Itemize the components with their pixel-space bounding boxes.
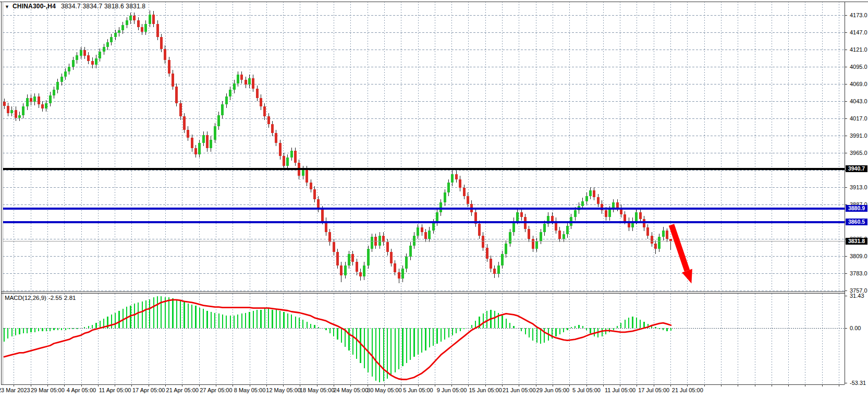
svg-text:4095.0: 4095.0 xyxy=(850,64,867,70)
svg-text:4173.0: 4173.0 xyxy=(850,12,867,18)
macd-indicator-label: MACD(12,26,9)-2.552.81 xyxy=(5,295,78,301)
price-badge-3831.8: 3831.8 xyxy=(846,238,867,245)
svg-text:3991.0: 3991.0 xyxy=(850,132,867,139)
svg-text:31.43: 31.43 xyxy=(850,293,864,299)
price-badge-3860.5: 3860.5 xyxy=(846,219,867,225)
mt4-chart-window: 4173.04147.04121.04095.04069.04043.04017… xyxy=(0,0,868,399)
symbol-dropdown-icon[interactable]: ▼ xyxy=(5,4,9,9)
svg-text:4043.0: 4043.0 xyxy=(850,98,867,104)
svg-text:21 Jul 05:00: 21 Jul 05:00 xyxy=(672,387,703,393)
svg-text:0.00: 0.00 xyxy=(850,325,861,331)
svg-text:17 Jul 05:00: 17 Jul 05:00 xyxy=(638,387,669,393)
svg-text:21 Apr 05:00: 21 Apr 05:00 xyxy=(166,387,199,393)
svg-text:3965.0: 3965.0 xyxy=(850,150,867,156)
svg-text:4069.0: 4069.0 xyxy=(850,81,867,87)
svg-text:3913.0: 3913.0 xyxy=(850,184,867,190)
svg-text:3809.0: 3809.0 xyxy=(850,253,867,259)
price-badge-3880.9: 3880.9 xyxy=(846,205,867,212)
svg-text:21 Jun 05:00: 21 Jun 05:00 xyxy=(503,387,536,393)
svg-text:3783.0: 3783.0 xyxy=(850,270,867,276)
price-badge-3940.7: 3940.7 xyxy=(846,165,867,172)
svg-text:11 Jul 05:00: 11 Jul 05:00 xyxy=(605,387,635,393)
ohlc-values-text: 3834.7 3834.7 3818.6 3831.8 xyxy=(61,3,145,10)
chart-canvas[interactable]: 4173.04147.04121.04095.04069.04043.04017… xyxy=(0,0,868,399)
svg-text:9 Jun 05:00: 9 Jun 05:00 xyxy=(437,387,467,393)
svg-text:8 May 05:00: 8 May 05:00 xyxy=(234,387,266,393)
macd-main-value: -2.55 xyxy=(48,295,62,301)
svg-text:15 Jun 05:00: 15 Jun 05:00 xyxy=(469,387,502,393)
macd-signal-value: 2.81 xyxy=(64,295,76,301)
svg-text:17 Apr 05:00: 17 Apr 05:00 xyxy=(132,387,165,393)
svg-text:27 Apr 05:00: 27 Apr 05:00 xyxy=(200,387,232,393)
svg-text:-53.31: -53.31 xyxy=(850,380,866,386)
svg-text:4147.0: 4147.0 xyxy=(850,29,867,35)
x-axis-labels: 23 Mar 202329 Mar 05:004 Apr 05:0011 Apr… xyxy=(0,387,703,393)
svg-text:12 May 05:00: 12 May 05:00 xyxy=(266,387,301,393)
svg-text:18 May 05:00: 18 May 05:00 xyxy=(300,387,335,393)
svg-text:11 Apr 05:00: 11 Apr 05:00 xyxy=(99,387,131,393)
svg-text:4 Apr 05:00: 4 Apr 05:00 xyxy=(67,387,96,393)
symbol-ohlc-label: ▼CHINA300-,H43834.7 3834.7 3818.6 3831.8 xyxy=(5,3,145,10)
svg-text:24 May 05:00: 24 May 05:00 xyxy=(333,387,368,393)
svg-text:29 Mar 05:00: 29 Mar 05:00 xyxy=(31,387,65,393)
svg-text:5 Jul 05:00: 5 Jul 05:00 xyxy=(572,387,601,393)
macd-name: MACD(12,26,9) xyxy=(5,295,46,301)
symbol-period-text: CHINA300-,H4 xyxy=(13,3,56,10)
svg-text:23 Mar 2023: 23 Mar 2023 xyxy=(0,387,30,393)
svg-text:5 Jun 05:00: 5 Jun 05:00 xyxy=(403,387,433,393)
svg-text:4017.0: 4017.0 xyxy=(850,115,867,122)
svg-text:4121.0: 4121.0 xyxy=(850,46,867,53)
svg-text:30 May 05:00: 30 May 05:00 xyxy=(367,387,402,393)
svg-text:29 Jun 05:00: 29 Jun 05:00 xyxy=(536,387,570,393)
